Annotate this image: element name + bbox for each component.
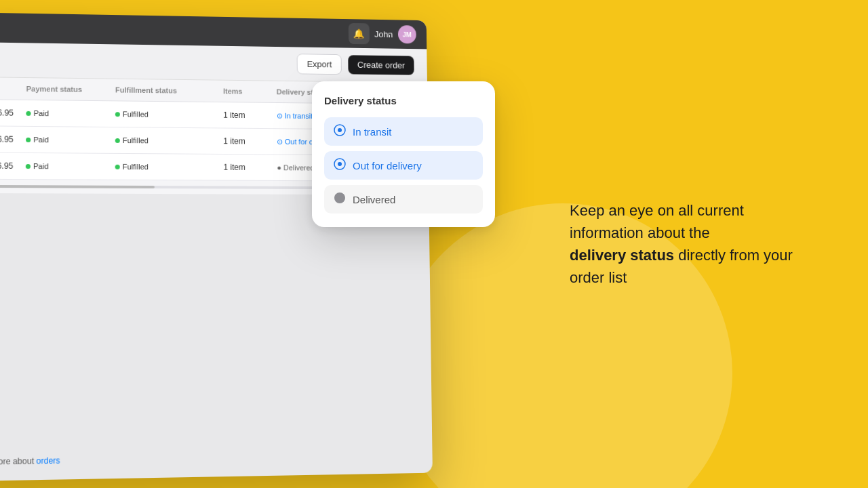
delivered-icon [334, 192, 346, 207]
cell-payment: Paid [26, 136, 115, 144]
description-line1: Keep an eye on all current [570, 202, 744, 219]
cell-total: SFr. 716.95 [0, 161, 26, 171]
fulfilled-dot [115, 164, 120, 169]
svg-point-3 [338, 162, 342, 166]
cell-fulfillment: Fulfilled [115, 110, 223, 119]
svg-point-1 [338, 128, 342, 132]
dropdown-item-in-transit[interactable]: In transit [324, 117, 483, 146]
delivered-label: Delivered [353, 194, 395, 205]
cell-total: SFr. 766.95 [0, 134, 26, 144]
right-content: Keep an eye on all current information a… [570, 199, 827, 289]
fulfilled-dot [115, 112, 120, 117]
avatar: JM [398, 25, 416, 43]
delivery-icon: ⊙ [277, 111, 285, 119]
svg-point-4 [334, 192, 345, 203]
dropdown-item-out-delivery[interactable]: Out for delivery [324, 151, 483, 180]
dropdown-item-delivered[interactable]: Delivered [324, 185, 483, 214]
title-bar-right: 🔔 John JM [349, 23, 416, 45]
cell-items: 1 item [223, 110, 277, 121]
in-transit-label: In transit [353, 126, 392, 138]
col-total: Total [0, 84, 26, 93]
cell-items: 1 item [223, 136, 277, 146]
delivery-icon: ● [277, 163, 283, 171]
out-delivery-icon [334, 158, 346, 173]
footer-text: Learn more about orders [0, 455, 60, 467]
bell-icon: 🔔 [353, 28, 365, 39]
out-delivery-label: Out for delivery [353, 160, 422, 171]
scrollbar-thumb[interactable] [0, 185, 155, 188]
fulfilled-dot [115, 138, 120, 142]
description-line2: information about the [570, 224, 710, 241]
delivery-icon: ⊙ [277, 137, 285, 145]
col-payment: Payment status [26, 85, 115, 94]
description-bold: delivery status [570, 247, 674, 264]
orders-link[interactable]: orders [36, 455, 60, 466]
notification-bell[interactable]: 🔔 [349, 23, 370, 44]
col-fulfillment: Fulfillment status [115, 86, 223, 96]
in-transit-icon [334, 124, 346, 139]
cell-payment: Paid [26, 109, 115, 118]
paid-dot [26, 164, 31, 169]
user-name: John [374, 29, 393, 39]
dropdown-title: Delivery status [324, 95, 483, 106]
create-order-button[interactable]: Create order [348, 55, 414, 75]
toolbar: Export Create order [0, 42, 427, 83]
cell-total: SFr. 646.95 [0, 108, 26, 118]
description-text: Keep an eye on all current information a… [570, 199, 827, 289]
cell-items: 1 item [223, 163, 277, 172]
cell-payment: Paid [26, 162, 115, 171]
paid-dot [26, 110, 31, 115]
export-button[interactable]: Export [297, 54, 342, 75]
delivery-status-dropdown: Delivery status In transit Out for deliv… [312, 81, 495, 227]
cell-fulfillment: Fulfilled [115, 163, 224, 171]
cell-fulfillment: Fulfilled [115, 136, 224, 145]
paid-dot [26, 137, 31, 142]
col-items: Items [223, 87, 277, 96]
